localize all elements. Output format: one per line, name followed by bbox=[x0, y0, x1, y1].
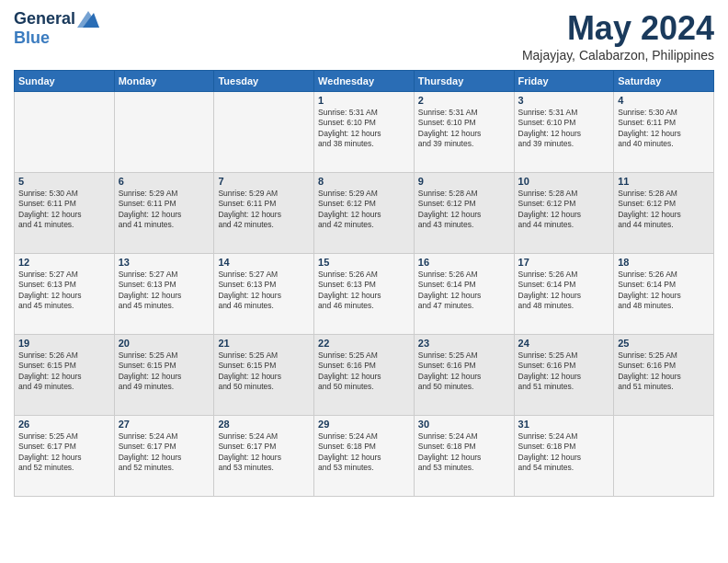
weekday-header-sunday: Sunday bbox=[15, 71, 115, 92]
calendar-cell: 6Sunrise: 5:29 AMSunset: 6:11 PMDaylight… bbox=[114, 173, 214, 254]
calendar-week-4: 19Sunrise: 5:26 AMSunset: 6:15 PMDayligh… bbox=[15, 335, 714, 416]
day-number: 21 bbox=[218, 338, 310, 349]
day-number: 16 bbox=[418, 257, 510, 268]
day-number: 5 bbox=[18, 176, 110, 187]
logo-icon bbox=[77, 11, 99, 28]
calendar-cell: 24Sunrise: 5:25 AMSunset: 6:16 PMDayligh… bbox=[514, 335, 614, 416]
day-info: Sunrise: 5:27 AMSunset: 6:13 PMDaylight:… bbox=[218, 270, 310, 312]
calendar-cell: 31Sunrise: 5:24 AMSunset: 6:18 PMDayligh… bbox=[514, 416, 614, 497]
calendar-week-1: 1Sunrise: 5:31 AMSunset: 6:10 PMDaylight… bbox=[15, 92, 714, 173]
calendar-cell: 18Sunrise: 5:26 AMSunset: 6:14 PMDayligh… bbox=[614, 254, 714, 335]
calendar-body: 1Sunrise: 5:31 AMSunset: 6:10 PMDaylight… bbox=[15, 92, 714, 497]
day-info: Sunrise: 5:25 AMSunset: 6:16 PMDaylight:… bbox=[518, 350, 610, 393]
day-number: 14 bbox=[218, 257, 310, 268]
day-info: Sunrise: 5:24 AMSunset: 6:18 PMDaylight:… bbox=[518, 431, 610, 474]
calendar-week-3: 12Sunrise: 5:27 AMSunset: 6:13 PMDayligh… bbox=[15, 254, 714, 335]
calendar-cell: 13Sunrise: 5:27 AMSunset: 6:13 PMDayligh… bbox=[114, 254, 214, 335]
calendar-cell: 17Sunrise: 5:26 AMSunset: 6:14 PMDayligh… bbox=[514, 254, 614, 335]
day-info: Sunrise: 5:25 AMSunset: 6:16 PMDaylight:… bbox=[618, 350, 710, 393]
day-number: 26 bbox=[18, 419, 110, 430]
day-info: Sunrise: 5:24 AMSunset: 6:17 PMDaylight:… bbox=[119, 431, 210, 474]
calendar-week-5: 26Sunrise: 5:25 AMSunset: 6:17 PMDayligh… bbox=[15, 416, 714, 497]
calendar-cell: 25Sunrise: 5:25 AMSunset: 6:16 PMDayligh… bbox=[614, 335, 714, 416]
calendar-cell: 21Sunrise: 5:25 AMSunset: 6:15 PMDayligh… bbox=[214, 335, 314, 416]
calendar-cell: 22Sunrise: 5:25 AMSunset: 6:16 PMDayligh… bbox=[314, 335, 415, 416]
day-info: Sunrise: 5:25 AMSunset: 6:15 PMDaylight:… bbox=[119, 350, 210, 393]
calendar-cell: 30Sunrise: 5:24 AMSunset: 6:18 PMDayligh… bbox=[414, 416, 514, 497]
day-number: 2 bbox=[418, 95, 510, 106]
weekday-header-wednesday: Wednesday bbox=[314, 71, 415, 92]
weekday-header-friday: Friday bbox=[514, 71, 614, 92]
day-info: Sunrise: 5:24 AMSunset: 6:18 PMDaylight:… bbox=[418, 431, 510, 474]
day-number: 27 bbox=[119, 419, 210, 430]
day-info: Sunrise: 5:28 AMSunset: 6:12 PMDaylight:… bbox=[518, 189, 610, 231]
day-info: Sunrise: 5:26 AMSunset: 6:15 PMDaylight:… bbox=[18, 350, 110, 393]
calendar-cell: 16Sunrise: 5:26 AMSunset: 6:14 PMDayligh… bbox=[414, 254, 514, 335]
page: General Blue May 2024 Majayjay, Calabarz… bbox=[0, 0, 728, 563]
calendar-table: SundayMondayTuesdayWednesdayThursdayFrid… bbox=[14, 70, 714, 497]
logo-general: General bbox=[14, 9, 75, 29]
day-info: Sunrise: 5:31 AMSunset: 6:10 PMDaylight:… bbox=[318, 108, 410, 150]
day-number: 9 bbox=[418, 176, 510, 187]
weekday-header-monday: Monday bbox=[114, 71, 214, 92]
day-info: Sunrise: 5:25 AMSunset: 6:17 PMDaylight:… bbox=[18, 431, 110, 474]
logo-blue: Blue bbox=[14, 29, 50, 48]
subtitle: Majayjay, Calabarzon, Philippines bbox=[522, 48, 714, 63]
day-info: Sunrise: 5:29 AMSunset: 6:11 PMDaylight:… bbox=[119, 189, 210, 231]
calendar-cell: 1Sunrise: 5:31 AMSunset: 6:10 PMDaylight… bbox=[314, 92, 415, 173]
calendar-cell bbox=[214, 92, 314, 173]
day-number: 19 bbox=[18, 338, 110, 349]
calendar-header: SundayMondayTuesdayWednesdayThursdayFrid… bbox=[15, 71, 714, 92]
day-number: 22 bbox=[318, 338, 410, 349]
logo: General Blue bbox=[14, 9, 99, 48]
calendar-cell: 11Sunrise: 5:28 AMSunset: 6:12 PMDayligh… bbox=[614, 173, 714, 254]
day-number: 8 bbox=[318, 176, 410, 187]
day-number: 1 bbox=[318, 95, 410, 106]
weekday-row: SundayMondayTuesdayWednesdayThursdayFrid… bbox=[15, 71, 714, 92]
day-number: 7 bbox=[218, 176, 310, 187]
day-info: Sunrise: 5:26 AMSunset: 6:13 PMDaylight:… bbox=[318, 270, 410, 312]
day-info: Sunrise: 5:30 AMSunset: 6:11 PMDaylight:… bbox=[618, 108, 710, 150]
day-info: Sunrise: 5:26 AMSunset: 6:14 PMDaylight:… bbox=[418, 270, 510, 312]
day-number: 11 bbox=[618, 176, 710, 187]
calendar-cell: 14Sunrise: 5:27 AMSunset: 6:13 PMDayligh… bbox=[214, 254, 314, 335]
day-info: Sunrise: 5:26 AMSunset: 6:14 PMDaylight:… bbox=[518, 270, 610, 312]
day-info: Sunrise: 5:24 AMSunset: 6:17 PMDaylight:… bbox=[218, 431, 310, 474]
day-number: 28 bbox=[218, 419, 310, 430]
calendar-cell bbox=[114, 92, 214, 173]
calendar-cell: 12Sunrise: 5:27 AMSunset: 6:13 PMDayligh… bbox=[15, 254, 115, 335]
day-info: Sunrise: 5:25 AMSunset: 6:15 PMDaylight:… bbox=[218, 350, 310, 393]
calendar-cell: 3Sunrise: 5:31 AMSunset: 6:10 PMDaylight… bbox=[514, 92, 614, 173]
day-info: Sunrise: 5:25 AMSunset: 6:16 PMDaylight:… bbox=[318, 350, 410, 393]
day-number: 17 bbox=[518, 257, 610, 268]
calendar-cell: 8Sunrise: 5:29 AMSunset: 6:12 PMDaylight… bbox=[314, 173, 415, 254]
calendar-cell: 26Sunrise: 5:25 AMSunset: 6:17 PMDayligh… bbox=[15, 416, 115, 497]
title-section: May 2024 Majayjay, Calabarzon, Philippin… bbox=[522, 9, 714, 63]
day-info: Sunrise: 5:27 AMSunset: 6:13 PMDaylight:… bbox=[18, 270, 110, 312]
day-number: 23 bbox=[418, 338, 510, 349]
day-info: Sunrise: 5:24 AMSunset: 6:18 PMDaylight:… bbox=[318, 431, 410, 474]
calendar-cell: 15Sunrise: 5:26 AMSunset: 6:13 PMDayligh… bbox=[314, 254, 415, 335]
calendar-cell: 5Sunrise: 5:30 AMSunset: 6:11 PMDaylight… bbox=[15, 173, 115, 254]
day-number: 30 bbox=[418, 419, 510, 430]
day-info: Sunrise: 5:31 AMSunset: 6:10 PMDaylight:… bbox=[518, 108, 610, 150]
day-number: 15 bbox=[318, 257, 410, 268]
day-number: 3 bbox=[518, 95, 610, 106]
day-number: 18 bbox=[618, 257, 710, 268]
day-number: 6 bbox=[119, 176, 210, 187]
day-info: Sunrise: 5:30 AMSunset: 6:11 PMDaylight:… bbox=[18, 189, 110, 231]
calendar-cell: 9Sunrise: 5:28 AMSunset: 6:12 PMDaylight… bbox=[414, 173, 514, 254]
calendar-week-2: 5Sunrise: 5:30 AMSunset: 6:11 PMDaylight… bbox=[15, 173, 714, 254]
day-number: 24 bbox=[518, 338, 610, 349]
day-info: Sunrise: 5:27 AMSunset: 6:13 PMDaylight:… bbox=[119, 270, 210, 312]
calendar-cell: 20Sunrise: 5:25 AMSunset: 6:15 PMDayligh… bbox=[114, 335, 214, 416]
day-number: 29 bbox=[318, 419, 410, 430]
day-number: 25 bbox=[618, 338, 710, 349]
calendar-cell: 28Sunrise: 5:24 AMSunset: 6:17 PMDayligh… bbox=[214, 416, 314, 497]
main-title: May 2024 bbox=[522, 9, 714, 48]
calendar-cell: 23Sunrise: 5:25 AMSunset: 6:16 PMDayligh… bbox=[414, 335, 514, 416]
calendar-cell bbox=[15, 92, 115, 173]
day-info: Sunrise: 5:31 AMSunset: 6:10 PMDaylight:… bbox=[418, 108, 510, 150]
day-info: Sunrise: 5:29 AMSunset: 6:11 PMDaylight:… bbox=[218, 189, 310, 231]
day-number: 13 bbox=[119, 257, 210, 268]
